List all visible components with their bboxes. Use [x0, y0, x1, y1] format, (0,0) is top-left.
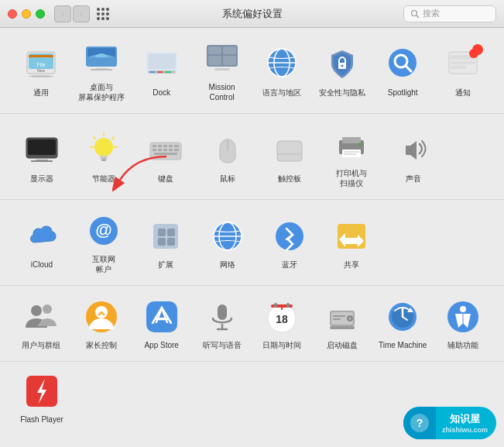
- pref-energy[interactable]: 节能器: [73, 127, 135, 187]
- datetime-label: 日期与时间: [262, 340, 301, 350]
- internet-icon: @: [85, 212, 122, 249]
- general-icon-wrapper: File New: [21, 44, 61, 84]
- dictation-label: 听写与语音: [203, 340, 242, 350]
- pref-users[interactable]: 用户与群组: [11, 294, 71, 353]
- svg-point-0: [412, 10, 417, 15]
- sound-icon-wrapper: [393, 130, 434, 170]
- trackpad-icon: [271, 132, 308, 169]
- watermark-logo-icon: ?: [409, 412, 430, 434]
- search-icon: [410, 9, 420, 19]
- pref-security[interactable]: 安全性与隐私: [312, 41, 372, 101]
- pref-appstore[interactable]: A App Store: [132, 294, 192, 353]
- svg-point-120: [460, 306, 466, 312]
- svg-rect-60: [169, 145, 173, 147]
- flash-icon: [23, 373, 60, 410]
- pref-bluetooth[interactable]: 蓝牙: [259, 213, 321, 273]
- svg-point-47: [94, 138, 113, 156]
- svg-rect-46: [31, 160, 53, 162]
- svg-rect-12: [91, 69, 112, 70]
- pref-parental[interactable]: 家长控制: [71, 294, 132, 353]
- parental-label: 家长控制: [86, 340, 117, 350]
- datetime-icon-wrapper: 18: [262, 297, 302, 337]
- svg-point-91: [31, 305, 42, 316]
- svg-rect-67: [154, 153, 177, 155]
- svg-rect-113: [330, 326, 355, 329]
- window-title: 系统偏好设置: [222, 7, 283, 21]
- pref-general[interactable]: File New 通用: [11, 41, 71, 101]
- pref-trackpad[interactable]: 触控板: [259, 127, 321, 187]
- search-placeholder: 搜索: [423, 8, 440, 19]
- pref-datetime[interactable]: 18 日期与时间: [252, 294, 313, 353]
- pref-startup[interactable]: 启动磁盘: [312, 294, 372, 353]
- svg-line-52: [112, 137, 114, 139]
- forward-button[interactable]: ›: [73, 5, 90, 22]
- pref-sound[interactable]: 声音: [382, 127, 444, 187]
- svg-point-92: [43, 304, 52, 314]
- svg-rect-22: [208, 46, 221, 54]
- mission-control-icon: [204, 40, 241, 77]
- display-label: 显示器: [30, 174, 53, 184]
- flash-label: Flash Player: [20, 414, 63, 425]
- pref-extensions[interactable]: 扩展: [135, 213, 197, 273]
- pref-spotlight[interactable]: Spotlight: [372, 41, 433, 101]
- pref-language[interactable]: 语言与地区: [252, 41, 313, 101]
- accessibility-label: 辅助功能: [447, 340, 478, 350]
- mouse-label: 鼠标: [220, 174, 235, 184]
- pref-internet[interactable]: @ 互联网帐户: [73, 208, 135, 277]
- svg-rect-14: [87, 57, 115, 64]
- svg-rect-64: [163, 149, 167, 151]
- desktop-icon-wrapper: [81, 39, 122, 79]
- pref-icloud[interactable]: iCloud: [11, 213, 73, 273]
- pref-keyboard[interactable]: 键盘: [135, 127, 197, 187]
- pref-flash[interactable]: Flash Player: [11, 368, 73, 428]
- pref-display[interactable]: 显示器: [11, 127, 73, 187]
- security-label: 安全性与隐私: [319, 88, 365, 98]
- svg-rect-50: [101, 160, 106, 161]
- pref-notification[interactable]: 通知: [433, 41, 493, 101]
- pref-printer[interactable]: 打印机与扫描仪: [321, 122, 382, 191]
- svg-rect-83: [167, 238, 175, 246]
- keyboard-label: 键盘: [158, 174, 173, 184]
- nav-buttons: ‹ ›: [54, 5, 90, 22]
- close-button[interactable]: [8, 9, 17, 19]
- svg-rect-18: [149, 71, 156, 73]
- row-internet: iCloud @ 互联网帐户 扩: [0, 200, 504, 286]
- titlebar: ‹ › 系统偏好设置 搜索: [0, 0, 504, 28]
- pref-accessibility[interactable]: 辅助功能: [433, 294, 493, 353]
- accessibility-icon-wrapper: [443, 297, 483, 337]
- pref-network[interactable]: 网络: [197, 213, 259, 273]
- notification-badge: [472, 44, 483, 55]
- network-label: 网络: [220, 260, 235, 270]
- svg-point-32: [341, 64, 344, 67]
- energy-icon: [85, 132, 122, 169]
- pref-mouse[interactable]: 鼠标: [197, 127, 259, 187]
- pref-sharing[interactable]: 共享: [321, 213, 382, 273]
- desktop-label: 桌面与屏幕保护程序: [78, 82, 125, 102]
- svg-text:New: New: [37, 68, 45, 73]
- pref-dictation[interactable]: 听写与语音: [192, 294, 252, 353]
- search-bar[interactable]: 搜索: [403, 5, 496, 22]
- minimize-button[interactable]: [22, 9, 31, 19]
- sound-label: 声音: [406, 174, 421, 184]
- dock-icon: [143, 46, 180, 83]
- pref-mission-control[interactable]: MissionControl: [192, 36, 252, 105]
- back-button[interactable]: ‹: [54, 5, 71, 22]
- svg-rect-20: [165, 71, 171, 73]
- svg-rect-5: [29, 76, 53, 77]
- display-icon: [23, 132, 60, 169]
- svg-point-76: [358, 143, 362, 146]
- pref-dock[interactable]: Dock: [132, 41, 192, 101]
- svg-rect-6: [29, 55, 53, 57]
- pref-timemachine[interactable]: Time Machine: [372, 294, 433, 353]
- svg-point-110: [348, 317, 351, 320]
- maximize-button[interactable]: [36, 9, 45, 19]
- svg-rect-75: [344, 153, 356, 155]
- grid-view-button[interactable]: [94, 5, 111, 22]
- trackpad-icon-wrapper: [269, 130, 310, 170]
- pref-desktop[interactable]: 桌面与屏幕保护程序: [71, 36, 132, 105]
- energy-icon-wrapper: [84, 130, 124, 170]
- timemachine-icon-wrapper: [382, 297, 423, 337]
- icloud-icon: [23, 218, 60, 255]
- svg-line-1: [417, 15, 419, 18]
- network-icon-wrapper: [207, 216, 248, 256]
